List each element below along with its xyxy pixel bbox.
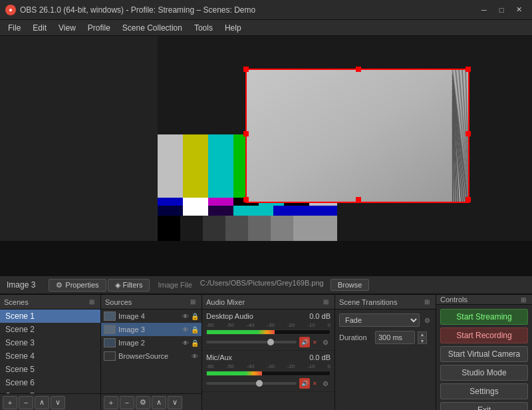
menu-help[interactable]: Help (219, 22, 247, 34)
svg-rect-58 (246, 69, 452, 202)
scenes-panel-footer: + − ∧ ∨ (0, 393, 100, 410)
svg-rect-35 (180, 216, 203, 241)
lock-icon-image2[interactable]: 🔒 (191, 339, 199, 347)
remove-source-button[interactable]: − (120, 396, 134, 409)
properties-button[interactable]: ⚙ Properties (49, 279, 106, 292)
source-row-image3[interactable]: Image 3 👁 🔒 (101, 323, 201, 336)
transition-type-select[interactable]: Fade (339, 313, 420, 327)
menu-scene-collection[interactable]: Scene Collection (117, 22, 188, 34)
title-bar-controls[interactable]: ─ □ ✕ (476, 3, 527, 17)
settings-button[interactable]: Settings (440, 383, 528, 399)
source-row-browser[interactable]: BrowserSource 👁 (101, 349, 201, 363)
preview-area (0, 36, 532, 276)
filters-button[interactable]: ◈ Filters (108, 279, 150, 292)
desktop-level-meter (206, 329, 331, 335)
scene-item-5[interactable]: Scene 5 (0, 363, 100, 376)
visibility-icon-image4[interactable]: 👁 (182, 312, 190, 320)
desktop-audio-settings-icon[interactable]: ⚙ (320, 337, 331, 347)
add-scene-button[interactable]: + (3, 396, 17, 409)
mic-audio-settings-icon[interactable]: ⚙ (320, 378, 331, 389)
start-virtual-camera-button[interactable]: Start Virtual Camera (440, 346, 528, 362)
svg-line-57 (452, 112, 453, 202)
menu-tools[interactable]: Tools (189, 22, 218, 34)
remove-scene-button[interactable]: − (19, 396, 33, 409)
mic-volume-thumb[interactable] (256, 380, 263, 387)
sources-panel: Sources ⊞ Image 4 👁 🔒 Image 3 👁 🔒 (101, 295, 202, 410)
scene-down-button[interactable]: ∨ (51, 396, 65, 409)
audio-expand-icon[interactable]: ⊞ (321, 298, 331, 307)
transitions-expand-icon[interactable]: ⊞ (422, 298, 432, 307)
source-icons-image3: 👁 🔒 (182, 325, 199, 333)
lock-icon-image3[interactable]: 🔒 (191, 325, 199, 333)
source-name-image2: Image 2 (118, 339, 179, 347)
start-recording-button[interactable]: Start Recording (440, 327, 528, 343)
visibility-icon-browser[interactable]: 👁 (191, 352, 199, 360)
mic-level-ticks: -60-50-40-30-20-100 (206, 363, 331, 369)
close-button[interactable]: ✕ (511, 3, 527, 17)
maximize-button[interactable]: □ (493, 3, 509, 17)
scene-item-3[interactable]: Scene 3 (0, 336, 100, 349)
controls-expand-icon[interactable]: ⊞ (519, 295, 528, 304)
svg-rect-40 (293, 216, 337, 241)
svg-rect-1 (0, 36, 158, 276)
preview-svg (0, 36, 532, 276)
filter-icon: ◈ (115, 281, 120, 290)
audio-mixer-label: Audio Mixer (206, 298, 245, 306)
mic-volume-slider[interactable] (206, 382, 297, 385)
duration-input[interactable] (375, 331, 415, 344)
mic-aux-name: Mic/Aux (206, 353, 232, 361)
menu-profile[interactable]: Profile (82, 22, 116, 34)
scene-item-4[interactable]: Scene 4 (0, 349, 100, 363)
visibility-icon-image2[interactable]: 👁 (182, 339, 190, 347)
exit-button[interactable]: Exit (440, 402, 528, 410)
desktop-audio-header: Desktop Audio 0.0 dB (206, 312, 331, 320)
source-row-image2[interactable]: Image 2 👁 🔒 (101, 336, 201, 349)
mic-level-meter (206, 371, 331, 376)
scene-item-2[interactable]: Scene 2 (0, 323, 100, 336)
desktop-volume-slider[interactable] (206, 341, 297, 343)
studio-mode-button[interactable]: Studio Mode (440, 365, 528, 381)
svg-rect-18 (158, 198, 183, 206)
desktop-mute-button[interactable]: 🔊 (299, 337, 310, 347)
menu-view[interactable]: View (53, 22, 81, 34)
scenes-panel: Scenes ⊞ Scene 1 Scene 2 Scene 3 Scene 4… (0, 295, 101, 410)
source-up-button[interactable]: ∧ (152, 396, 166, 409)
source-settings-button[interactable]: ⚙ (136, 396, 150, 409)
lock-icon-image4[interactable]: 🔒 (191, 312, 199, 320)
source-name-image3: Image 3 (118, 325, 179, 333)
title-bar-text: OBS 26.1.0 (64-bit, windows) - Profile: … (20, 5, 255, 15)
svg-rect-64 (466, 131, 471, 136)
transition-duration-row: Duration ▲ ▼ (339, 331, 432, 344)
visibility-icon-image3[interactable]: 👁 (182, 325, 190, 333)
browse-button[interactable]: Browse (331, 279, 370, 291)
mic-mute-button[interactable]: 🔊 (299, 378, 310, 389)
start-streaming-button[interactable]: Start Streaming (440, 309, 528, 325)
svg-rect-66 (356, 197, 361, 202)
transition-settings-icon[interactable]: ⚙ (422, 315, 432, 325)
duration-decrease-button[interactable]: ▼ (418, 338, 427, 344)
add-source-button[interactable]: + (104, 396, 118, 409)
scene-item-6[interactable]: Scene 6 (0, 376, 100, 389)
scene-up-button[interactable]: ∧ (35, 396, 49, 409)
svg-rect-13 (208, 134, 233, 198)
desktop-remove-icon[interactable]: ✕ (313, 339, 317, 345)
scenes-expand-icon[interactable]: ⊞ (87, 298, 96, 307)
source-name-image4: Image 4 (118, 312, 179, 320)
menu-file[interactable]: File (3, 22, 26, 34)
minimize-button[interactable]: ─ (476, 3, 492, 17)
menu-edit[interactable]: Edit (27, 22, 52, 34)
svg-rect-37 (225, 216, 248, 241)
scene-list: Scene 1 Scene 2 Scene 3 Scene 4 Scene 5 … (0, 309, 100, 393)
sources-header-label: Sources (105, 298, 132, 306)
transitions-panel-icons: ⊞ (422, 298, 432, 307)
scene-item-1[interactable]: Scene 1 (0, 309, 100, 323)
source-down-button[interactable]: ∨ (168, 396, 182, 409)
source-row-image4[interactable]: Image 4 👁 🔒 (101, 309, 201, 323)
mic-remove-icon[interactable]: ✕ (313, 381, 317, 387)
desktop-volume-thumb[interactable] (267, 339, 274, 345)
transition-type-row: Fade ⚙ (339, 313, 432, 327)
sources-expand-icon[interactable]: ⊞ (188, 298, 198, 307)
desktop-audio-db: 0.0 dB (309, 312, 331, 320)
duration-increase-button[interactable]: ▲ (418, 331, 427, 337)
controls-panel-header: Controls ⊞ (436, 295, 532, 305)
